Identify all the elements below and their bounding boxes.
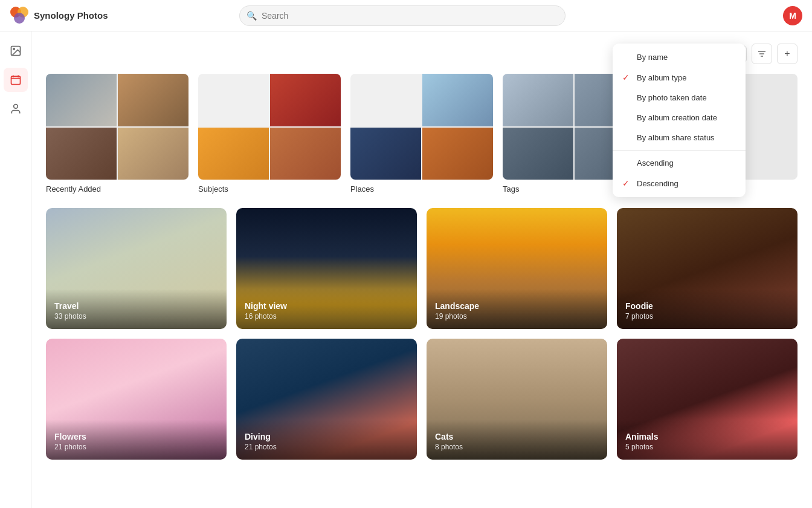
sort-divider xyxy=(613,150,746,151)
album-card-foodie[interactable]: Foodie 7 photos xyxy=(617,208,798,329)
album-card-landscape[interactable]: Landscape 19 photos xyxy=(427,208,607,329)
sidebar-item-albums[interactable] xyxy=(4,68,28,92)
app-title: Synology Photos xyxy=(34,10,108,21)
subjects-thumb xyxy=(198,74,341,180)
album-card-diving-overlay: Diving 21 photos xyxy=(236,420,417,460)
sort-button[interactable] xyxy=(752,44,772,64)
recently-added-thumb xyxy=(46,74,188,180)
sort-by-album-share-status-label: By album share status xyxy=(637,133,715,142)
album-count-night-view: 16 photos xyxy=(245,312,408,321)
svg-point-2 xyxy=(14,13,25,24)
logo-area: Synology Photos xyxy=(10,6,130,25)
album-count-flowers: 21 photos xyxy=(54,443,218,451)
sort-descending-label: Descending xyxy=(637,179,678,188)
sidebar-item-shared[interactable] xyxy=(4,97,28,121)
album-count-animals: 5 photos xyxy=(625,443,789,451)
album-count-foodie: 7 photos xyxy=(625,312,789,321)
svg-point-6 xyxy=(13,105,18,109)
sort-by-album-type[interactable]: ✓ By album type xyxy=(613,67,746,88)
sort-by-photo-taken-date[interactable]: By photo taken date xyxy=(613,88,746,108)
sort-ascending-label: Ascending xyxy=(637,158,674,168)
album-name-night-view: Night view xyxy=(245,301,408,311)
thumb-cell xyxy=(350,128,421,180)
album-card-diving[interactable]: Diving 21 photos xyxy=(236,339,417,460)
special-album-places[interactable]: Places xyxy=(350,74,493,194)
toolbar: All albums ▾ + By name ✓ By album type B… xyxy=(46,44,798,64)
sort-by-name-label: By name xyxy=(637,53,668,62)
album-count-landscape: 19 photos xyxy=(435,312,599,321)
album-count-travel: 33 photos xyxy=(54,312,218,321)
sidebar xyxy=(0,31,31,508)
add-button[interactable]: + xyxy=(777,44,798,64)
album-name-flowers: Flowers xyxy=(54,432,218,441)
album-name-animals: Animals xyxy=(625,432,789,441)
album-card-foodie-overlay: Foodie 7 photos xyxy=(617,289,798,329)
main-content: All albums ▾ + By name ✓ By album type B… xyxy=(31,31,812,508)
thumb-cell xyxy=(198,128,269,180)
thumb-cell xyxy=(118,74,188,126)
album-card-travel[interactable]: Travel 33 photos xyxy=(46,208,227,329)
album-name-cats: Cats xyxy=(435,432,599,441)
check-descending: ✓ xyxy=(622,178,632,188)
thumb-cell xyxy=(46,74,117,126)
special-album-subjects[interactable]: Subjects xyxy=(198,74,341,194)
album-card-night-view[interactable]: Night view 16 photos xyxy=(236,208,417,329)
album-card-travel-overlay: Travel 33 photos xyxy=(46,289,227,329)
albums-grid: Travel 33 photos Night view 16 photos La… xyxy=(46,208,798,460)
sort-by-name[interactable]: By name xyxy=(613,47,746,67)
places-thumb xyxy=(350,74,493,180)
sort-by-photo-taken-date-label: By photo taken date xyxy=(637,93,707,102)
search-bar: 🔍 xyxy=(239,5,566,26)
sort-ascending[interactable]: Ascending xyxy=(613,153,746,173)
special-album-places-label: Places xyxy=(350,184,493,194)
search-icon: 🔍 xyxy=(246,11,257,21)
svg-point-4 xyxy=(13,48,14,50)
album-card-landscape-overlay: Landscape 19 photos xyxy=(427,289,607,329)
thumb-cell xyxy=(270,74,341,126)
sort-by-album-share-status[interactable]: By album share status xyxy=(613,128,746,148)
album-name-diving: Diving xyxy=(245,432,408,441)
sort-descending[interactable]: ✓ Descending xyxy=(613,173,746,194)
thumb-cell xyxy=(503,74,573,126)
app-logo-icon xyxy=(10,6,29,25)
svg-rect-5 xyxy=(11,76,20,84)
sort-dropdown-menu: By name ✓ By album type By photo taken d… xyxy=(613,44,746,197)
search-input[interactable] xyxy=(239,5,566,26)
sort-by-album-type-label: By album type xyxy=(637,73,686,82)
album-name-travel: Travel xyxy=(54,301,218,311)
sort-by-album-creation-date[interactable]: By album creation date xyxy=(613,108,746,128)
album-card-flowers[interactable]: Flowers 21 photos xyxy=(46,339,227,460)
album-count-cats: 8 photos xyxy=(435,443,599,451)
album-card-flowers-overlay: Flowers 21 photos xyxy=(46,420,227,460)
album-card-animals[interactable]: Animals 5 photos xyxy=(617,339,798,460)
check-by-album-type: ✓ xyxy=(622,73,632,82)
album-count-diving: 21 photos xyxy=(245,443,408,451)
thumb-cell xyxy=(198,74,269,126)
thumb-cell xyxy=(350,74,421,126)
special-album-subjects-label: Subjects xyxy=(198,184,341,194)
sort-by-album-creation-date-label: By album creation date xyxy=(637,113,717,122)
album-card-cats[interactable]: Cats 8 photos xyxy=(427,339,607,460)
special-album-recently-added-label: Recently Added xyxy=(46,184,188,194)
album-card-cats-overlay: Cats 8 photos xyxy=(427,420,607,460)
album-card-night-view-overlay: Night view 16 photos xyxy=(236,289,417,329)
special-album-recently-added[interactable]: Recently Added xyxy=(46,74,188,194)
thumb-cell xyxy=(118,128,188,180)
thumb-cell xyxy=(422,74,493,126)
album-name-landscape: Landscape xyxy=(435,301,599,311)
app-header: Synology Photos 🔍 M xyxy=(0,0,812,31)
thumb-cell xyxy=(46,128,117,180)
user-avatar[interactable]: M xyxy=(783,6,802,25)
header-right: M xyxy=(783,6,802,25)
album-name-foodie: Foodie xyxy=(625,301,789,311)
album-card-animals-overlay: Animals 5 photos xyxy=(617,420,798,460)
thumb-cell xyxy=(422,128,493,180)
sidebar-item-photos[interactable] xyxy=(4,39,28,63)
thumb-cell xyxy=(270,128,341,180)
thumb-cell xyxy=(503,128,573,180)
add-icon: + xyxy=(784,48,790,59)
